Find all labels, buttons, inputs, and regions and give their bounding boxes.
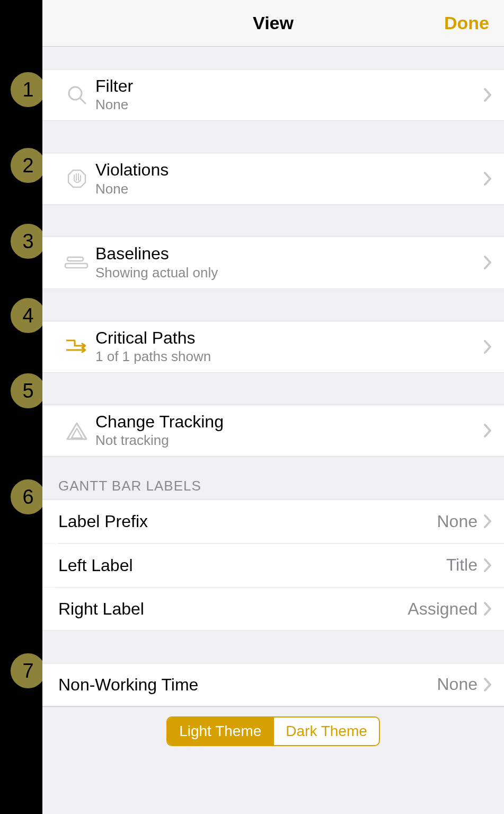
search-icon bbox=[58, 83, 95, 107]
violations-row[interactable]: Violations None bbox=[42, 153, 504, 205]
non-working-time-value: None bbox=[437, 675, 478, 694]
gantt-section-header: GANTT BAR LABELS bbox=[42, 457, 504, 500]
hand-stop-icon bbox=[58, 167, 95, 190]
filter-row[interactable]: Filter None bbox=[42, 69, 504, 121]
right-label-row[interactable]: Right Label Assigned bbox=[42, 588, 504, 631]
label-prefix-title: Label Prefix bbox=[58, 511, 437, 531]
svg-line-1 bbox=[80, 98, 85, 103]
callout-2: 2 bbox=[8, 146, 48, 185]
chevron-right-icon bbox=[483, 339, 493, 355]
critical-paths-row[interactable]: Critical Paths 1 of 1 paths shown bbox=[42, 321, 504, 373]
callout-4: 4 bbox=[8, 296, 48, 335]
baselines-title: Baselines bbox=[95, 243, 483, 264]
theme-segmented-control[interactable]: Light Theme Dark Theme bbox=[166, 716, 380, 746]
left-label-row[interactable]: Left Label Title bbox=[42, 544, 504, 587]
callout-1: 1 bbox=[8, 70, 48, 109]
left-label-title: Left Label bbox=[58, 555, 446, 575]
chevron-right-icon bbox=[483, 255, 493, 270]
chevron-right-icon bbox=[483, 423, 493, 439]
svg-rect-3 bbox=[67, 257, 83, 261]
header-title: View bbox=[253, 13, 294, 33]
filter-subtitle: None bbox=[95, 96, 483, 114]
chevron-right-icon bbox=[483, 513, 493, 529]
right-label-title: Right Label bbox=[58, 599, 408, 619]
header-bar: View Done bbox=[42, 0, 504, 47]
chevron-right-icon bbox=[483, 677, 493, 693]
violations-subtitle: None bbox=[95, 180, 483, 198]
callout-3: 3 bbox=[8, 222, 48, 261]
done-button[interactable]: Done bbox=[444, 13, 489, 33]
svg-marker-5 bbox=[67, 423, 86, 439]
filter-title: Filter bbox=[95, 76, 483, 96]
chevron-right-icon bbox=[483, 601, 493, 617]
baselines-icon bbox=[58, 254, 95, 271]
view-settings-panel: View Done Filter None Violations None bbox=[42, 0, 504, 814]
change-tracking-title: Change Tracking bbox=[95, 412, 483, 432]
critical-paths-icon bbox=[58, 336, 95, 357]
label-prefix-row[interactable]: Label Prefix None bbox=[42, 500, 504, 543]
baselines-row[interactable]: Baselines Showing actual only bbox=[42, 237, 504, 288]
annotation-callouts: 1 2 3 4 5 6 7 bbox=[0, 0, 42, 814]
right-label-value: Assigned bbox=[408, 599, 478, 619]
change-tracking-icon bbox=[58, 420, 95, 441]
chevron-right-icon bbox=[483, 171, 493, 187]
callout-5: 5 bbox=[8, 371, 48, 410]
theme-toolbar: Light Theme Dark Theme bbox=[42, 706, 504, 759]
change-tracking-subtitle: Not tracking bbox=[95, 432, 483, 450]
critical-paths-subtitle: 1 of 1 paths shown bbox=[95, 348, 483, 366]
change-tracking-row[interactable]: Change Tracking Not tracking bbox=[42, 405, 504, 457]
dark-theme-segment[interactable]: Dark Theme bbox=[273, 717, 379, 745]
svg-rect-4 bbox=[65, 264, 87, 268]
left-label-value: Title bbox=[446, 555, 478, 575]
violations-title: Violations bbox=[95, 160, 483, 180]
callout-7: 7 bbox=[8, 651, 48, 690]
non-working-time-row[interactable]: Non-Working Time None bbox=[42, 663, 504, 706]
callout-6: 6 bbox=[8, 477, 48, 517]
baselines-subtitle: Showing actual only bbox=[95, 264, 483, 282]
chevron-right-icon bbox=[483, 87, 493, 103]
light-theme-segment[interactable]: Light Theme bbox=[167, 717, 273, 745]
chevron-right-icon bbox=[483, 557, 493, 573]
critical-paths-title: Critical Paths bbox=[95, 328, 483, 348]
label-prefix-value: None bbox=[437, 512, 478, 531]
non-working-time-title: Non-Working Time bbox=[58, 675, 437, 695]
